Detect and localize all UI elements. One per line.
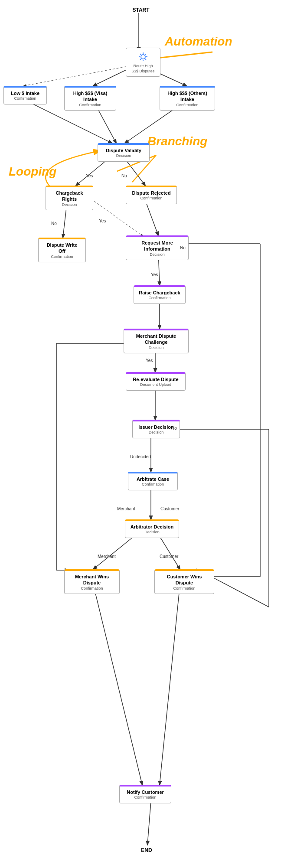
svg-line-31 xyxy=(147,801,151,845)
high-others-intake-node: High $$$ (Others) Intake Confirmation xyxy=(160,86,215,111)
reevaluate-title: Re-evaluate Dispute xyxy=(131,376,181,382)
dispute-writeoff-node: Dispute Write Off Confirmation xyxy=(38,238,86,262)
svg-line-24 xyxy=(160,584,180,785)
dispute-validity-node: Dispute Validity Decision xyxy=(98,143,150,162)
merchant-wins-sub: Confirmation xyxy=(69,586,115,591)
merchant-dispute-title: Merchant Dispute Challenge xyxy=(128,333,184,346)
arbitrator-decision-node: Arbitrator Decision Decision xyxy=(125,519,179,538)
dispute-rejected-sub: Confirmation xyxy=(131,196,172,201)
svg-point-35 xyxy=(141,55,145,59)
high-others-title: High $$$ (Others) Intake xyxy=(164,90,210,103)
svg-line-23 xyxy=(93,584,142,785)
chargeback-rights-node: Chargeback Rights Decision xyxy=(46,186,93,210)
yes-label-4: Yes xyxy=(146,358,153,363)
dispute-writeoff-sub: Confirmation xyxy=(43,255,81,260)
high-visa-sub: Confirmation xyxy=(69,103,111,108)
automation-label: Automation xyxy=(165,35,232,49)
high-others-sub: Confirmation xyxy=(164,103,210,108)
arbitrator-decision-sub: Decision xyxy=(130,530,174,535)
no-label-3: No xyxy=(180,245,186,250)
arbitrate-case-title: Arbitrate Case xyxy=(133,476,173,482)
reevaluate-sub: Document Upload xyxy=(131,382,181,388)
high-visa-title: High $$$ (Visa) Intake xyxy=(69,90,111,103)
merchant-label-1: Merchant xyxy=(117,506,135,511)
automation-node-label: Route High $$$ Disputes xyxy=(131,64,156,74)
dispute-rejected-node: Dispute Rejected Confirmation xyxy=(126,186,177,204)
request-more-info-node: Request More Information Decision xyxy=(126,235,189,260)
svg-line-22 xyxy=(158,534,180,569)
customer-wins-sub: Confirmation xyxy=(159,586,209,591)
raise-chargeback-sub: Confirmation xyxy=(138,296,181,301)
merchant-label-2: Merchant xyxy=(98,554,116,559)
branching-label: Branching xyxy=(147,134,207,148)
merchant-wins-node: Merchant Wins Dispute Confirmation xyxy=(64,569,120,594)
dispute-rejected-title: Dispute Rejected xyxy=(131,190,172,196)
dispute-validity-sub: Decision xyxy=(102,153,145,159)
high-visa-intake-node: High $$$ (Visa) Intake Confirmation xyxy=(64,86,116,111)
merchant-wins-title: Merchant Wins Dispute xyxy=(69,574,115,586)
chargeback-rights-sub: Decision xyxy=(50,202,88,208)
customer-wins-node: Customer Wins Dispute Confirmation xyxy=(154,569,214,594)
automation-node: Route High $$$ Disputes xyxy=(126,48,160,77)
undecided-label: Undecided xyxy=(130,454,151,459)
arbitrate-case-node: Arbitrate Case Confirmation xyxy=(128,472,178,490)
arbitrate-case-sub: Confirmation xyxy=(133,482,173,487)
notify-customer-title: Notify Customer xyxy=(124,789,167,795)
request-more-info-title: Request More Information xyxy=(131,240,184,252)
customer-label-1: Customer xyxy=(160,506,179,511)
merchant-dispute-node: Merchant Dispute Challenge Decision xyxy=(124,329,189,353)
gear-icon xyxy=(137,51,149,63)
svg-line-11 xyxy=(145,200,158,235)
chargeback-rights-title: Chargeback Rights xyxy=(50,190,88,202)
reevaluate-node: Re-evaluate Dispute Document Upload xyxy=(126,372,186,391)
start-node: START xyxy=(128,4,154,16)
yes-label-1: Yes xyxy=(86,173,93,178)
svg-line-1 xyxy=(24,66,130,86)
notify-customer-sub: Confirmation xyxy=(124,795,167,800)
yes-label-3: Yes xyxy=(151,272,158,277)
end-node: END xyxy=(134,845,160,857)
no-label-4: No xyxy=(171,426,177,431)
yes-label-2: Yes xyxy=(99,219,106,223)
issuer-decision-title: Issuer Decision xyxy=(137,424,175,430)
svg-line-21 xyxy=(93,534,137,569)
notify-customer-node: Notify Customer Confirmation xyxy=(119,785,171,803)
low-intake-node: Low $ Intake Confirmation xyxy=(3,86,47,104)
issuer-decision-sub: Decision xyxy=(137,430,175,435)
raise-chargeback-node: Raise Chargeback Confirmation xyxy=(134,285,186,304)
arbitrator-decision-title: Arbitrator Decision xyxy=(130,524,174,530)
end-label: END xyxy=(141,847,152,853)
diagram-container: Automation Branching Looping START R xyxy=(0,0,294,868)
dispute-validity-title: Dispute Validity xyxy=(102,147,145,153)
merchant-dispute-sub: Decision xyxy=(128,346,184,351)
customer-wins-title: Customer Wins Dispute xyxy=(159,574,209,586)
start-label: START xyxy=(132,7,149,13)
looping-label: Looping xyxy=(9,165,56,179)
raise-chargeback-title: Raise Chargeback xyxy=(138,290,181,296)
no-label-1: No xyxy=(121,173,127,178)
dispute-writeoff-title: Dispute Write Off xyxy=(43,242,81,255)
no-label-2: No xyxy=(51,221,57,226)
low-intake-sub: Confirmation xyxy=(8,96,42,101)
request-more-info-sub: Decision xyxy=(131,252,184,258)
customer-label-2: Customer xyxy=(160,554,178,559)
low-intake-title: Low $ Intake xyxy=(8,90,42,96)
